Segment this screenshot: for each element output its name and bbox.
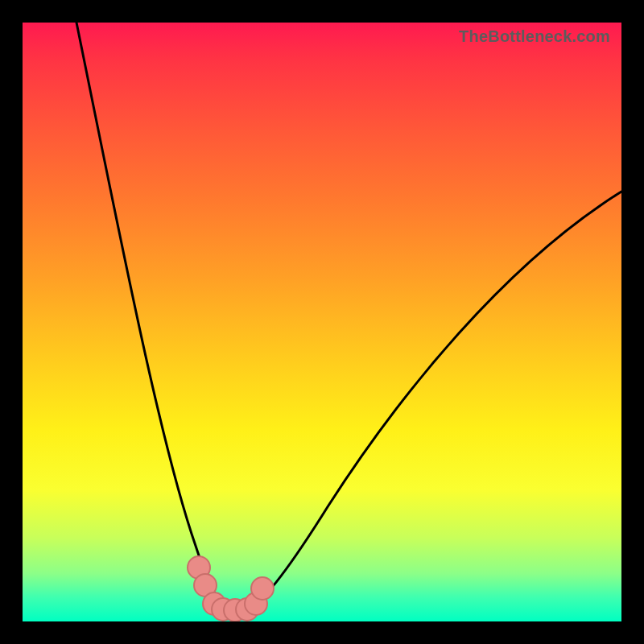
bottleneck-left-curve (76, 23, 225, 607)
plot-area: TheBottleneck.com (23, 23, 621, 621)
curve-overlay (23, 23, 621, 621)
valley-marker (251, 577, 274, 600)
bottleneck-right-curve (251, 192, 621, 607)
chart-frame: TheBottleneck.com (0, 0, 644, 644)
valley-markers (188, 556, 274, 621)
